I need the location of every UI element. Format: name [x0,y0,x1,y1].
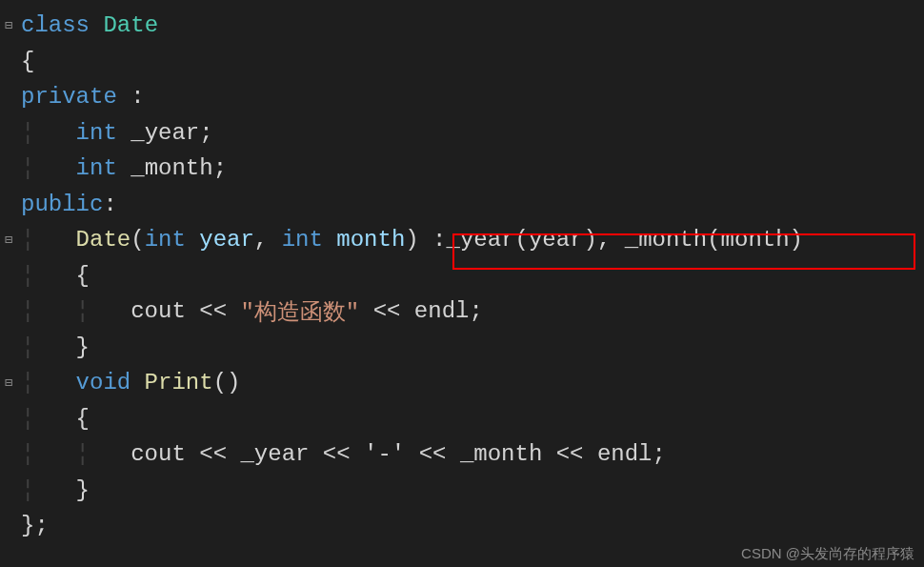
fold-icon[interactable]: ⊟ [0,222,17,258]
code-line: class Date [21,8,924,44]
code-line: private : [21,79,924,115]
code-line: ¦ } [21,330,924,366]
code-line: ¦ { [21,401,924,437]
fold-icon[interactable]: ⊟ [0,8,17,44]
fold-icon[interactable]: ⊟ [0,365,17,401]
init-list-highlight: :_year(year), _month(month) [419,227,803,253]
code-line: ¦ } [21,473,924,509]
code-line: ¦ Date(int year, int month) :_year(year)… [21,222,924,258]
code-line: { [21,44,924,80]
fold-gutter: ⊟ ⊟ ⊟ [0,0,17,567]
code-line: ¦ { [21,258,924,294]
code-line: ¦ void Print() [21,365,924,401]
code-line: public: [21,187,924,223]
code-line: ¦ ¦ cout << _year << '-' << _month << en… [21,436,924,473]
code-line: ¦ int _year; [21,115,924,152]
code-area[interactable]: class Date { private : ¦ int _year; ¦ in… [17,0,924,567]
code-line: ¦ int _month; [21,151,924,187]
code-editor: ⊟ ⊟ ⊟ class Date { private : ¦ int _year… [0,0,924,567]
code-line: ¦ ¦ cout << "构造函数" << endl; [21,294,924,330]
code-line: }; [21,508,924,544]
watermark-text: CSDN @头发尚存的程序猿 [741,545,914,563]
